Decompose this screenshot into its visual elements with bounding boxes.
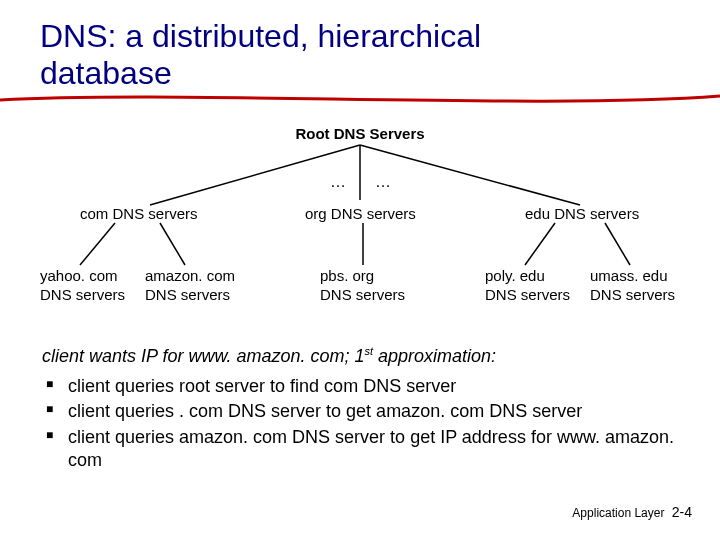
- amazon-line-2: DNS servers: [145, 286, 230, 303]
- yahoo-node: yahoo. com DNS servers: [40, 267, 125, 305]
- root-node: Root DNS Servers: [295, 125, 424, 142]
- title-line-2: database: [40, 55, 172, 91]
- svg-line-6: [525, 223, 555, 265]
- lead-after: approximation:: [373, 346, 496, 366]
- lead-sup: st: [364, 345, 373, 357]
- svg-line-2: [360, 145, 580, 205]
- bullet-3: client queries amazon. com DNS server to…: [46, 426, 676, 473]
- footer-page: 2-4: [672, 504, 692, 520]
- tree-edges: [0, 115, 720, 345]
- poly-node: poly. edu DNS servers: [485, 267, 570, 305]
- footer-label: Application Layer: [572, 506, 664, 520]
- pbs-line-2: DNS servers: [320, 286, 405, 303]
- svg-line-7: [605, 223, 630, 265]
- svg-line-0: [150, 145, 360, 205]
- poly-line-2: DNS servers: [485, 286, 570, 303]
- lead-before: client wants IP for www. amazon. com; 1: [42, 346, 364, 366]
- amazon-node: amazon. com DNS servers: [145, 267, 235, 305]
- com-node: com DNS servers: [80, 205, 198, 224]
- bullet-list: client queries root server to find com D…: [46, 375, 676, 475]
- ellipsis-2: …: [375, 173, 391, 191]
- dns-tree-diagram: Root DNS Servers … … com DNS servers org…: [0, 115, 720, 345]
- pbs-node: pbs. org DNS servers: [320, 267, 405, 305]
- bullet-2: client queries . com DNS server to get a…: [46, 400, 676, 423]
- yahoo-line-2: DNS servers: [40, 286, 125, 303]
- title-line-1: DNS: a distributed, hierarchical: [40, 18, 481, 54]
- edu-node: edu DNS servers: [525, 205, 639, 224]
- svg-line-3: [80, 223, 115, 265]
- lead-text: client wants IP for www. amazon. com; 1s…: [42, 345, 682, 367]
- org-node: org DNS servers: [305, 205, 416, 224]
- umass-line-1: umass. edu: [590, 267, 668, 284]
- svg-line-4: [160, 223, 185, 265]
- bullet-1: client queries root server to find com D…: [46, 375, 676, 398]
- umass-node: umass. edu DNS servers: [590, 267, 675, 305]
- poly-line-1: poly. edu: [485, 267, 545, 284]
- yahoo-line-1: yahoo. com: [40, 267, 118, 284]
- umass-line-2: DNS servers: [590, 286, 675, 303]
- pbs-line-1: pbs. org: [320, 267, 374, 284]
- amazon-line-1: amazon. com: [145, 267, 235, 284]
- slide-title: DNS: a distributed, hierarchical databas…: [40, 18, 481, 92]
- ellipsis-1: …: [330, 173, 346, 191]
- slide-footer: Application Layer 2-4: [572, 504, 692, 520]
